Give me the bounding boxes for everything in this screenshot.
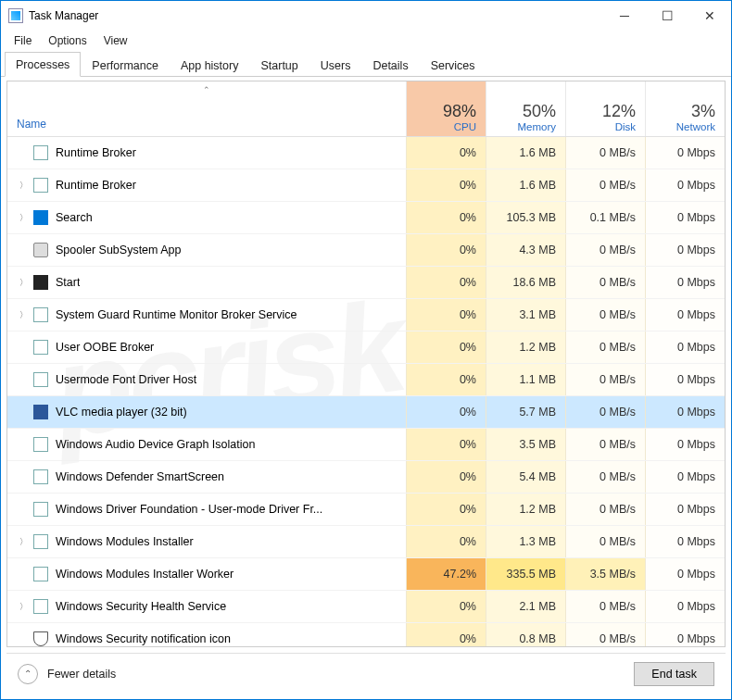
memory-value: 5.7 MB (486, 396, 565, 428)
tab-startup[interactable]: Startup (249, 53, 309, 77)
col-header-cpu[interactable]: 98% CPU (406, 81, 486, 136)
process-list[interactable]: 〉Runtime Broker0%1.6 MB0 MB/s0 Mbps〉Runt… (7, 137, 725, 646)
expand-icon[interactable]: 〉 (17, 180, 30, 192)
col-header-disk[interactable]: 12% Disk (565, 81, 645, 136)
col-header-name[interactable]: ⌃ Name (7, 81, 406, 136)
process-row[interactable]: 〉Windows Audio Device Graph Isolation0%3… (7, 429, 725, 461)
network-value: 0 Mbps (645, 364, 725, 395)
process-name-cell: 〉Windows Security notification icon (7, 631, 406, 646)
close-button[interactable]: ✕ (688, 1, 731, 31)
tab-processes[interactable]: Processes (5, 52, 81, 77)
tab-performance[interactable]: Performance (81, 53, 170, 77)
disk-value: 0 MB/s (565, 169, 645, 201)
process-icon (33, 340, 48, 355)
disk-value: 0 MB/s (565, 526, 645, 557)
process-row[interactable]: 〉Windows Modules Installer0%1.3 MB0 MB/s… (7, 526, 725, 558)
process-name-cell: 〉Runtime Broker (7, 145, 406, 160)
network-value: 0 Mbps (645, 494, 725, 525)
expand-icon[interactable]: 〉 (17, 601, 30, 613)
cpu-value: 0% (406, 494, 486, 525)
process-name-cell: 〉Windows Modules Installer Worker (7, 567, 406, 581)
process-row[interactable]: 〉Windows Driver Foundation - User-mode D… (7, 494, 725, 526)
process-icon (33, 145, 48, 160)
expand-icon[interactable]: 〉 (17, 277, 30, 289)
window-controls: ─ ☐ ✕ (603, 1, 731, 31)
network-value: 0 Mbps (645, 234, 725, 266)
menu-options[interactable]: Options (41, 32, 94, 49)
process-row[interactable]: 〉Windows Modules Installer Worker47.2%33… (7, 558, 725, 591)
process-row[interactable]: 〉Start0%18.6 MB0 MB/s0 Mbps (7, 267, 725, 299)
cpu-value: 0% (406, 461, 486, 493)
app-icon (8, 8, 23, 23)
process-row[interactable]: 〉System Guard Runtime Monitor Broker Ser… (7, 299, 725, 331)
process-row[interactable]: 〉Windows Security Health Service0%2.1 MB… (7, 591, 725, 623)
tab-services[interactable]: Services (420, 53, 486, 77)
memory-value: 335.5 MB (486, 558, 565, 590)
memory-value: 1.6 MB (486, 137, 565, 169)
process-row[interactable]: 〉Runtime Broker0%1.6 MB0 MB/s0 Mbps (7, 169, 725, 202)
col-header-network[interactable]: 3% Network (645, 81, 725, 136)
window-title: Task Manager (29, 9, 603, 22)
cpu-value: 0% (406, 331, 486, 363)
disk-lbl: Disk (615, 121, 636, 132)
fewer-details-label: Fewer details (47, 668, 116, 681)
disk-value: 0 MB/s (565, 364, 645, 395)
process-icon (33, 210, 48, 225)
process-name-cell: 〉System Guard Runtime Monitor Broker Ser… (7, 307, 406, 322)
process-icon (33, 405, 48, 419)
network-value: 0 Mbps (645, 331, 725, 363)
expand-icon[interactable]: 〉 (17, 212, 30, 224)
disk-value: 0 MB/s (565, 234, 645, 266)
process-name-cell: 〉Start (7, 275, 406, 290)
process-icon (33, 534, 48, 549)
network-value: 0 Mbps (645, 623, 725, 646)
disk-value: 0 MB/s (565, 267, 645, 298)
disk-value: 0 MB/s (565, 591, 645, 622)
process-row[interactable]: 〉Spooler SubSystem App0%4.3 MB0 MB/s0 Mb… (7, 234, 725, 267)
fewer-details-toggle[interactable]: ⌃ Fewer details (18, 664, 116, 684)
process-name: Windows Security Health Service (56, 600, 226, 613)
cpu-value: 0% (406, 202, 486, 233)
process-row[interactable]: 〉Windows Security notification icon0%0.8… (7, 623, 725, 646)
process-row[interactable]: 〉VLC media player (32 bit)0%5.7 MB0 MB/s… (7, 396, 725, 429)
end-task-button[interactable]: End task (634, 662, 714, 686)
minimize-button[interactable]: ─ (603, 1, 646, 31)
col-header-memory[interactable]: 50% Memory (486, 81, 565, 136)
memory-value: 1.2 MB (486, 331, 565, 363)
process-row[interactable]: 〉Runtime Broker0%1.6 MB0 MB/s0 Mbps (7, 137, 725, 169)
tab-users[interactable]: Users (309, 53, 362, 77)
content-panel: ⌃ Name 98% CPU 50% Memory 12% Disk 3% Ne… (6, 81, 726, 647)
process-row[interactable]: 〉Search0%105.3 MB0.1 MB/s0 Mbps (7, 202, 725, 234)
cpu-value: 0% (406, 169, 486, 201)
maximize-button[interactable]: ☐ (646, 1, 688, 31)
menu-file[interactable]: File (6, 32, 39, 49)
disk-value: 0 MB/s (565, 299, 645, 331)
memory-value: 1.1 MB (486, 364, 565, 395)
titlebar[interactable]: Task Manager ─ ☐ ✕ (1, 1, 731, 31)
process-row[interactable]: 〉Windows Defender SmartScreen0%5.4 MB0 M… (7, 461, 725, 494)
menu-view[interactable]: View (96, 32, 135, 49)
tab-app-history[interactable]: App history (170, 53, 250, 77)
memory-value: 2.1 MB (486, 591, 565, 622)
tab-details[interactable]: Details (361, 53, 419, 77)
cpu-value: 0% (406, 234, 486, 266)
process-name: VLC media player (32 bit) (56, 406, 187, 419)
process-name-cell: 〉User OOBE Broker (7, 340, 406, 355)
process-row[interactable]: 〉User OOBE Broker0%1.2 MB0 MB/s0 Mbps (7, 331, 725, 364)
process-row[interactable]: 〉Usermode Font Driver Host0%1.1 MB0 MB/s… (7, 364, 725, 396)
sort-indicator-icon: ⌃ (203, 85, 210, 94)
mem-pct: 50% (523, 102, 556, 121)
cpu-pct: 98% (443, 102, 476, 121)
process-name-cell: 〉Windows Security Health Service (7, 599, 406, 614)
cpu-value: 0% (406, 267, 486, 298)
disk-value: 0 MB/s (565, 623, 645, 646)
disk-value: 0 MB/s (565, 137, 645, 169)
expand-icon[interactable]: 〉 (17, 536, 30, 548)
network-value: 0 Mbps (645, 396, 725, 428)
expand-icon[interactable]: 〉 (17, 309, 30, 321)
process-name-cell: 〉Windows Driver Foundation - User-mode D… (7, 502, 406, 517)
disk-value: 0 MB/s (565, 429, 645, 460)
process-name: Windows Modules Installer Worker (56, 568, 233, 581)
process-name: Windows Defender SmartScreen (56, 470, 224, 483)
cpu-value: 0% (406, 591, 486, 622)
